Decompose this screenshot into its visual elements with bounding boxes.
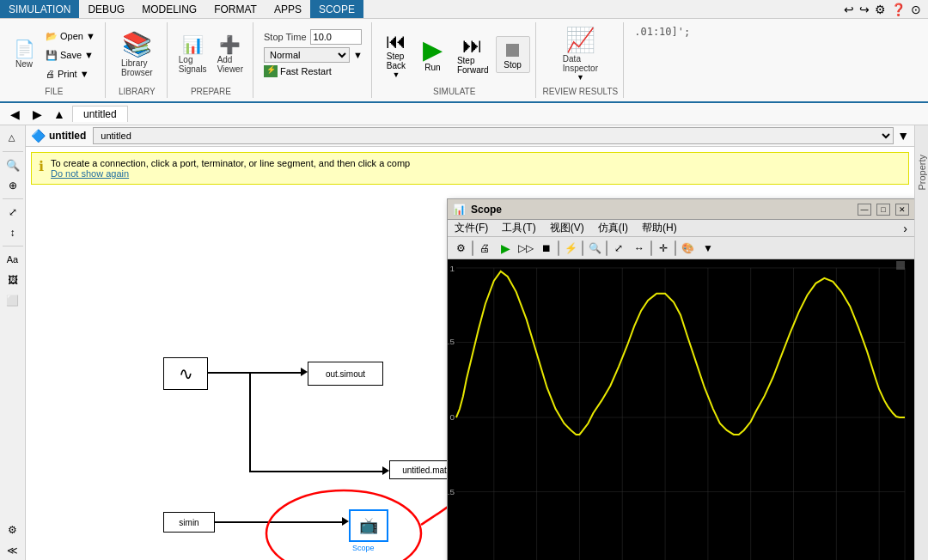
scope-separator bbox=[472, 240, 473, 256]
prepare-group-label: PREPARE bbox=[191, 85, 231, 96]
print-button[interactable]: 🖨 Print ▼ bbox=[41, 66, 100, 82]
sine-wave-block[interactable]: ∿ bbox=[163, 357, 208, 390]
vert-line-1 bbox=[249, 374, 251, 472]
scope-zoom-btn[interactable]: 🔍 bbox=[585, 240, 604, 257]
scope-settings-btn[interactable]: ⚙ bbox=[451, 240, 470, 257]
open-button[interactable]: 📂 Open ▼ bbox=[41, 28, 100, 45]
menu-modeling[interactable]: MODELING bbox=[133, 0, 205, 18]
address-dropdown[interactable]: ▼ bbox=[897, 129, 909, 143]
do-not-show-link[interactable]: Do not show again bbox=[51, 168, 129, 179]
arrow-simin-scope bbox=[215, 521, 344, 523]
close-button[interactable]: ✕ bbox=[895, 204, 909, 216]
scope-block[interactable]: 📺 bbox=[349, 509, 388, 542]
scope-menu-file[interactable]: 文件(F) bbox=[448, 220, 495, 236]
open-dropdown-icon: ▼ bbox=[86, 31, 95, 41]
menu-apps[interactable]: APPS bbox=[266, 0, 310, 18]
collapse-btn[interactable]: ≪ bbox=[3, 541, 23, 560]
image-btn[interactable]: 🖼 bbox=[3, 271, 23, 289]
mode-select[interactable]: Normal Accelerator Rapid Accelerator bbox=[264, 47, 350, 63]
stop-time-input[interactable] bbox=[310, 29, 362, 45]
new-button[interactable]: 📄 New bbox=[9, 38, 40, 71]
scope-sep3 bbox=[582, 240, 583, 256]
forward-button[interactable]: ▶ bbox=[27, 106, 46, 123]
new-icon: 📄 bbox=[14, 40, 35, 58]
scope-sep5 bbox=[650, 240, 652, 256]
arrows-btn[interactable]: ↕ bbox=[3, 223, 23, 242]
toolbar-redo-icon[interactable]: ↪ bbox=[859, 3, 870, 16]
text-btn[interactable]: Aa bbox=[3, 250, 23, 269]
scope-fit-btn[interactable]: ⤢ bbox=[609, 240, 628, 257]
svg-text:1: 1 bbox=[449, 264, 455, 273]
log-signals-button[interactable]: 📊 LogSignals bbox=[174, 33, 211, 76]
step-back-button[interactable]: ⏮ StepBack ▼ bbox=[379, 27, 413, 82]
toolbar-undo-icon[interactable]: ↩ bbox=[844, 3, 854, 16]
data-inspector-dropdown[interactable]: ▼ bbox=[577, 73, 584, 82]
scope-cursor-btn[interactable]: ✛ bbox=[654, 240, 673, 257]
scope-dropdown-btn[interactable]: ▼ bbox=[699, 240, 717, 257]
scope-print-btn[interactable]: 🖨 bbox=[475, 240, 494, 257]
main-area: ◁ 🔍 ⊕ ⤢ ↕ Aa 🖼 ⬜ ⚙ ≪ 🔷 untitled untitled… bbox=[0, 125, 928, 560]
zoom-in-btn[interactable]: ⊕ bbox=[3, 176, 23, 195]
scope-plot[interactable]: 1 0.5 0 -0.5 -1 0 1 2 3 4 5 6 7 bbox=[448, 259, 914, 560]
add-viewer-icon: ➕ bbox=[219, 36, 241, 53]
menu-debug[interactable]: DEBUG bbox=[79, 0, 133, 18]
scope-zoomx-btn[interactable]: ↔ bbox=[630, 240, 649, 257]
menu-format[interactable]: FORMAT bbox=[205, 0, 266, 18]
file-group-label: FILE bbox=[45, 85, 63, 96]
back-button[interactable]: ◀ bbox=[5, 106, 24, 123]
mode-dropdown-icon[interactable]: ▼ bbox=[353, 50, 363, 60]
scope-menu-view[interactable]: 视图(V) bbox=[543, 220, 591, 236]
scope-run-btn[interactable]: ▶ bbox=[496, 240, 515, 257]
scope-sep2 bbox=[558, 240, 559, 256]
step-back-dropdown[interactable]: ▼ bbox=[392, 70, 400, 79]
scope-menu-tools[interactable]: 工具(T) bbox=[495, 220, 542, 236]
property-panel-label[interactable]: Property bbox=[915, 151, 929, 194]
minimize-button[interactable]: — bbox=[858, 204, 871, 216]
scope-menu-sim[interactable]: 仿真(I) bbox=[591, 220, 635, 236]
run-button[interactable]: ▶ Run bbox=[415, 34, 450, 75]
arrowhead-mat bbox=[382, 466, 389, 475]
side-toolbar: ◁ 🔍 ⊕ ⤢ ↕ Aa 🖼 ⬜ ⚙ ≪ bbox=[0, 125, 26, 560]
add-viewer-button[interactable]: ➕ AddViewer bbox=[213, 33, 247, 76]
scope-menubar: 文件(F) 工具(T) 视图(V) 仿真(I) 帮助(H) › bbox=[448, 220, 914, 237]
right-panel: Property bbox=[914, 125, 928, 560]
toolbar-settings-icon[interactable]: ⊙ bbox=[911, 3, 921, 16]
simulate-group-label: SIMULATE bbox=[433, 85, 475, 96]
up-button[interactable]: ▲ bbox=[50, 106, 69, 123]
scope-signal-btn[interactable]: ⚡ bbox=[561, 240, 580, 257]
scope-menu-more[interactable]: › bbox=[896, 220, 914, 236]
menu-scope[interactable]: SCOPE bbox=[310, 0, 363, 18]
run-icon: ▶ bbox=[423, 37, 443, 63]
scope-window: 📊 Scope — □ ✕ 文件(F) 工具(T) 视图(V) 仿真(I) 帮助… bbox=[447, 198, 914, 560]
menu-simulation[interactable]: SIMULATION bbox=[0, 0, 79, 18]
toolbar-more-icon[interactable]: ⚙ bbox=[875, 3, 886, 16]
address-input[interactable]: untitled bbox=[93, 127, 894, 144]
fast-restart-icon: ⚡ bbox=[264, 65, 278, 77]
save-button[interactable]: 💾 Save ▼ bbox=[41, 47, 100, 64]
browser-toggle[interactable]: ◁ bbox=[3, 128, 22, 149]
toolbar-help-icon[interactable]: ❓ bbox=[891, 3, 906, 16]
to-workspace-block[interactable]: out.simout bbox=[308, 362, 383, 386]
stop-button[interactable]: ⏹ Stop bbox=[496, 36, 530, 73]
data-inspector-button[interactable]: 📈 DataInspector ▼ bbox=[559, 26, 602, 84]
scope-play-btn[interactable]: ▷▷ bbox=[516, 240, 535, 257]
ribbon-group-review: 📈 DataInspector ▼ REVIEW RESULTS bbox=[538, 22, 625, 98]
simin-block[interactable]: simin bbox=[163, 512, 215, 533]
scope-stop-btn[interactable]: ⏹ bbox=[537, 240, 556, 257]
scope-style-btn[interactable]: 🎨 bbox=[678, 240, 697, 257]
step-forward-button[interactable]: ⏭ StepForward bbox=[452, 32, 494, 78]
zoom-btn[interactable]: 🔍 bbox=[3, 155, 23, 174]
untitled-tab[interactable]: untitled bbox=[72, 106, 128, 122]
rect-btn[interactable]: ⬜ bbox=[3, 291, 23, 310]
fit-btn[interactable]: ⤢ bbox=[3, 203, 23, 222]
arrowhead-1 bbox=[301, 368, 308, 376]
stop-time-area: Stop Time Normal Accelerator Rapid Accel… bbox=[260, 26, 366, 81]
settings-btn[interactable]: ⚙ bbox=[3, 520, 23, 539]
scope-menu-help[interactable]: 帮助(H) bbox=[635, 220, 684, 236]
log-signals-icon: 📊 bbox=[182, 36, 204, 53]
maximize-button[interactable]: □ bbox=[876, 204, 890, 216]
address-bar: 🔷 untitled untitled ▼ bbox=[26, 125, 914, 147]
stop-time-label: Stop Time bbox=[264, 32, 307, 42]
save-dropdown-icon: ▼ bbox=[84, 50, 94, 60]
library-browser-button[interactable]: 📚 LibraryBrowser bbox=[117, 30, 157, 80]
